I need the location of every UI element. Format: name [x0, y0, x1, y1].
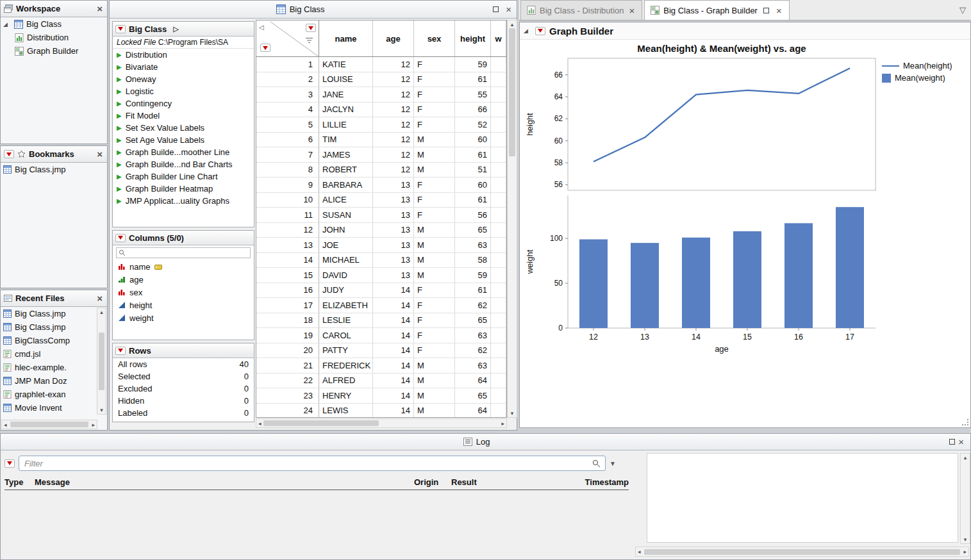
scroll-left-icon[interactable]: ◂	[256, 420, 263, 427]
table-row[interactable]: 9BARBARA13F60	[256, 177, 506, 193]
log-filter-input[interactable]	[19, 456, 606, 471]
red-triangle-menu-icon[interactable]	[115, 25, 126, 33]
row-number[interactable]: 21	[256, 358, 319, 374]
table-row[interactable]: 17ELIZABETH14F62	[256, 298, 506, 313]
column-list-item[interactable]: sex	[113, 286, 254, 299]
rows-stat-row[interactable]: Hidden0	[113, 395, 254, 407]
rows-stat-row[interactable]: All rows40	[113, 358, 254, 370]
close-icon[interactable]: ×	[95, 149, 104, 159]
scroll-down-icon[interactable]: ▾	[962, 536, 969, 543]
tree-item-graph-builder[interactable]: Graph Builder	[1, 44, 107, 58]
scroll-up-icon[interactable]: ▴	[962, 454, 969, 461]
column-list-item[interactable]: age	[113, 273, 254, 286]
column-list-item[interactable]: weight	[113, 311, 254, 324]
columns-search-input[interactable]	[116, 247, 251, 258]
scroll-up-icon[interactable]: ▴	[98, 308, 105, 316]
table-row[interactable]: 23HENRY14M65	[256, 388, 506, 404]
column-header-age[interactable]: age	[373, 21, 414, 56]
mean-weight-bar[interactable]	[836, 207, 864, 328]
filter-dropdown-icon[interactable]: ▼	[610, 460, 616, 467]
log-column-timestamp[interactable]: Timestamp	[491, 477, 629, 487]
table-row[interactable]: 10ALICE13F61	[256, 193, 506, 208]
log-column-message[interactable]: Message	[35, 477, 414, 487]
maximize-icon[interactable]	[493, 6, 499, 12]
collapse-report-icon[interactable]: ◢	[524, 28, 531, 34]
table-row[interactable]: 24LEWIS14M64	[256, 404, 506, 418]
row-number[interactable]: 18	[256, 313, 319, 329]
table-row[interactable]: 21FREDERICK14M63	[256, 358, 506, 374]
table-script-item[interactable]: ▶Graph Builder Heatmap	[113, 183, 254, 195]
red-triangle-menu-icon[interactable]	[535, 27, 545, 35]
search-icon[interactable]	[592, 459, 601, 468]
tab-big-class-distribution[interactable]: Big Class - Distribution ×	[520, 0, 642, 20]
close-icon[interactable]: ×	[504, 4, 513, 14]
row-number[interactable]: 19	[256, 328, 319, 343]
row-number[interactable]: 17	[256, 298, 319, 313]
recent-file-item[interactable]: cmd.jsl	[1, 347, 107, 361]
column-header-height[interactable]: height	[455, 21, 491, 56]
column-header-w[interactable]: w	[491, 21, 506, 56]
column-list-item[interactable]: height	[113, 299, 254, 311]
table-script-item[interactable]: ▶Set Sex Value Labels	[113, 122, 254, 134]
table-row[interactable]: 14MICHAEL13M58	[256, 253, 506, 268]
log-column-origin[interactable]: Origin	[414, 477, 451, 487]
recent-file-item[interactable]: BigClassComp	[1, 334, 107, 347]
tab-list-dropdown-icon[interactable]: ▽	[959, 5, 966, 15]
row-number[interactable]: 4	[256, 103, 319, 118]
row-filter-icon[interactable]	[305, 37, 313, 44]
row-number[interactable]: 14	[256, 253, 319, 268]
table-script-item[interactable]: ▶Oneway	[113, 73, 254, 85]
red-triangle-menu-icon[interactable]	[115, 234, 126, 242]
close-tab-icon[interactable]: ×	[775, 6, 783, 15]
row-number[interactable]: 23	[256, 388, 319, 404]
table-script-item[interactable]: ▶Bivariate	[113, 61, 254, 73]
recent-file-item[interactable]: Big Class.jmp	[1, 307, 107, 320]
mean-weight-bar[interactable]	[733, 231, 761, 328]
table-row[interactable]: 18LESLIE14F65	[256, 313, 506, 329]
row-number[interactable]: 5	[256, 117, 319, 133]
row-number[interactable]: 1	[256, 57, 319, 72]
row-number[interactable]: 24	[256, 404, 319, 418]
row-number[interactable]: 13	[256, 238, 319, 253]
row-number[interactable]: 12	[256, 223, 319, 238]
table-row[interactable]: 4JACLYN12F66	[256, 103, 506, 118]
table-script-item[interactable]: ▶Distribution	[113, 49, 254, 61]
rows-stat-row[interactable]: Labeled0	[113, 407, 254, 419]
table-row[interactable]: 3JANE12F55	[256, 87, 506, 103]
table-row[interactable]: 6TIM12M60	[256, 133, 506, 148]
scroll-down-icon[interactable]: ▾	[509, 409, 516, 417]
table-row[interactable]: 19CAROL14F63	[256, 328, 506, 343]
scroll-right-icon[interactable]: ▸	[961, 548, 968, 556]
table-horizontal-scrollbar[interactable]: ◂ ▸	[256, 418, 507, 428]
column-list-item[interactable]: name	[113, 260, 254, 273]
red-triangle-menu-icon[interactable]	[115, 347, 126, 355]
red-triangle-menu-icon[interactable]	[4, 459, 15, 468]
row-number[interactable]: 11	[256, 208, 319, 223]
table-row[interactable]: 5LILLIE12F52	[256, 117, 506, 133]
row-number[interactable]: 15	[256, 268, 319, 283]
data-window-titlebar[interactable]: Big Class ×	[110, 1, 517, 19]
table-row[interactable]: 2LOUISE12F61	[256, 72, 506, 88]
recent-file-item[interactable]: JMP Man Doz	[1, 374, 107, 388]
recent-file-item[interactable]: graphlet-exan	[1, 388, 107, 401]
vertical-scrollbar[interactable]: ▴ ▾	[960, 453, 970, 544]
table-row[interactable]: 8ROBERT12M51	[256, 163, 506, 178]
horizontal-scrollbar[interactable]: ◂ ▸	[1, 420, 97, 429]
row-number[interactable]: 2	[256, 72, 319, 88]
close-icon[interactable]: ×	[95, 293, 104, 303]
mean-weight-bar[interactable]	[579, 240, 608, 328]
recent-file-item[interactable]: hlec-example.	[1, 361, 107, 374]
scroll-up-icon[interactable]: ▴	[509, 21, 516, 28]
columns-red-triangle-icon[interactable]	[306, 24, 316, 32]
rows-stat-row[interactable]: Excluded0	[113, 383, 254, 395]
rows-red-triangle-icon[interactable]	[260, 44, 270, 52]
table-script-item[interactable]: ▶Set Age Value Labels	[113, 134, 254, 146]
table-row[interactable]: 16JUDY14F61	[256, 283, 506, 299]
table-script-item[interactable]: ▶JMP Applicat...uality Graphs	[113, 195, 254, 207]
log-column-result[interactable]: Result	[451, 477, 491, 487]
table-script-item[interactable]: ▶Graph Builder Line Chart	[113, 170, 254, 183]
table-script-item[interactable]: ▶Graph Builde...nd Bar Charts	[113, 158, 254, 170]
resize-grip[interactable]	[962, 419, 968, 425]
rows-stat-row[interactable]: Selected0	[113, 370, 254, 383]
vertical-scrollbar[interactable]: ▴ ▾	[97, 308, 106, 415]
